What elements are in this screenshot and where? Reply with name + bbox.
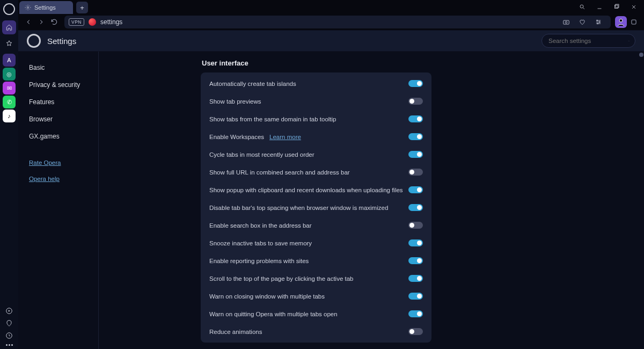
whatsapp-app-icon[interactable]: ✆ — [3, 96, 16, 108]
close-button[interactable] — [630, 3, 638, 11]
setting-row: Show full URL in combined search and add… — [201, 163, 431, 181]
setting-row: Disable tab bar's top spacing when brows… — [201, 199, 431, 216]
svg-point-8 — [597, 20, 598, 21]
toggle[interactable] — [408, 186, 423, 193]
toolbar: VPN settings — [18, 14, 644, 30]
nav-item-basic[interactable]: Basic — [29, 61, 93, 74]
toggle[interactable] — [408, 151, 423, 158]
nav-item-gx-games[interactable]: GX.games — [29, 130, 93, 143]
nav-item-browser[interactable]: Browser — [29, 113, 93, 126]
search-icon — [628, 38, 630, 45]
setting-row: Automatically create tab islands — [201, 75, 431, 92]
svg-point-11 — [619, 19, 623, 23]
app-sidebar: A◎✉✆♪ — [0, 0, 18, 349]
settings-nav: BasicPrivacy & securityFeaturesBrowserGX… — [18, 52, 99, 349]
gear-icon — [25, 4, 31, 11]
setting-label: Enable Workspaces — [209, 134, 264, 140]
setting-label: Scroll to the top of the page by clickin… — [209, 275, 354, 282]
toggle[interactable] — [408, 115, 423, 122]
svg-rect-12 — [632, 20, 636, 24]
setting-label: Warn on closing window with multiple tab… — [209, 293, 325, 300]
home-workspace-button[interactable] — [2, 20, 16, 34]
bookmarks-button[interactable] — [2, 37, 16, 50]
setting-row: Show tab previews — [201, 92, 431, 110]
easy-setup-button[interactable] — [594, 17, 603, 27]
setting-label: Disable tab bar's top spacing when brows… — [209, 205, 388, 211]
nav-link-opera-help[interactable]: Opera help — [29, 173, 93, 185]
history-button[interactable] — [5, 332, 13, 341]
svg-point-10 — [597, 23, 598, 24]
toggle[interactable] — [408, 204, 423, 211]
page-title: Settings — [47, 37, 76, 46]
opera-logo-icon — [27, 34, 41, 48]
svg-rect-6 — [564, 20, 569, 24]
setting-row: Enable search box in the address bar — [201, 216, 431, 234]
opera-favicon — [89, 18, 96, 26]
setting-label: Show tabs from the same domain in tab to… — [209, 116, 336, 122]
svg-point-7 — [565, 21, 567, 24]
scrollbar-thumb[interactable] — [639, 53, 643, 57]
toggle[interactable] — [408, 80, 423, 87]
toggle[interactable] — [408, 328, 423, 335]
toggle[interactable] — [408, 169, 423, 176]
toggle[interactable] — [408, 222, 423, 229]
setting-label: Warn on quitting Opera with multiple tab… — [209, 311, 338, 317]
setting-row: Cycle tabs in most recently used order — [201, 146, 431, 163]
window-controls — [579, 0, 644, 14]
maximize-button[interactable] — [613, 3, 620, 11]
forward-button[interactable] — [35, 16, 47, 28]
setting-row: Snooze inactive tabs to save memory — [201, 234, 431, 252]
chatgpt-app-icon[interactable]: ◎ — [3, 68, 16, 81]
settings-page: User interfaceAutomatically create tab i… — [99, 52, 644, 349]
more-icon[interactable] — [6, 344, 13, 346]
toggle[interactable] — [408, 239, 423, 246]
toggle[interactable] — [408, 275, 423, 282]
setting-row: Enable WorkspacesLearn more — [201, 128, 431, 146]
toggle[interactable] — [408, 98, 423, 105]
profile-button[interactable] — [615, 16, 627, 28]
setting-label: Automatically create tab islands — [209, 81, 296, 87]
setting-label: Show tab previews — [209, 98, 261, 105]
minimize-button[interactable] — [596, 3, 603, 11]
svg-point-9 — [599, 21, 600, 23]
nav-link-rate-opera[interactable]: Rate Opera — [29, 157, 93, 169]
extensions-button[interactable] — [628, 16, 640, 28]
search-global-button[interactable] — [579, 3, 586, 11]
svg-point-13 — [628, 40, 629, 41]
address-bar[interactable]: VPN settings — [64, 16, 611, 28]
toggle[interactable] — [408, 257, 423, 264]
settings-header: Settings — [18, 30, 644, 52]
nav-item-features[interactable]: Features — [29, 96, 93, 108]
reload-button[interactable] — [48, 16, 60, 28]
snapshot-button[interactable] — [561, 17, 571, 27]
settings-search-input[interactable] — [547, 37, 628, 45]
toggle[interactable] — [408, 293, 423, 300]
svg-rect-4 — [615, 5, 618, 9]
setting-label: Enable reporting problems with sites — [209, 258, 309, 264]
svg-point-3 — [580, 5, 583, 8]
tab-label: Settings — [34, 4, 56, 11]
setting-row: Warn on quitting Opera with multiple tab… — [201, 305, 431, 323]
player-button[interactable] — [5, 307, 13, 316]
setting-label: Show full URL in combined search and add… — [209, 169, 350, 176]
setting-label: Show popup with clipboard and recent dow… — [209, 187, 403, 193]
settings-search[interactable] — [541, 34, 635, 48]
vpn-badge[interactable]: VPN — [69, 18, 84, 26]
settings-card: Automatically create tab islandsShow tab… — [201, 72, 431, 343]
new-tab-button[interactable]: + — [76, 2, 88, 13]
toggle[interactable] — [408, 133, 423, 140]
setting-row: Enable reporting problems with sites — [201, 252, 431, 270]
toggle[interactable] — [408, 310, 423, 317]
nav-item-privacy-security[interactable]: Privacy & security — [29, 78, 93, 91]
pinboard-button[interactable] — [5, 319, 13, 329]
heart-button[interactable] — [577, 17, 587, 27]
learn-more-link[interactable]: Learn more — [269, 134, 301, 140]
aria-app-icon[interactable]: A — [3, 54, 16, 67]
tab-settings[interactable]: Settings — [19, 1, 73, 14]
setting-row: Scroll to the top of the page by clickin… — [201, 270, 431, 287]
tiktok-app-icon[interactable]: ♪ — [3, 110, 16, 122]
scrollbar[interactable] — [639, 52, 644, 349]
setting-label: Snooze inactive tabs to save memory — [209, 240, 312, 246]
back-button[interactable] — [23, 16, 34, 28]
messenger-app-icon[interactable]: ✉ — [3, 82, 16, 94]
